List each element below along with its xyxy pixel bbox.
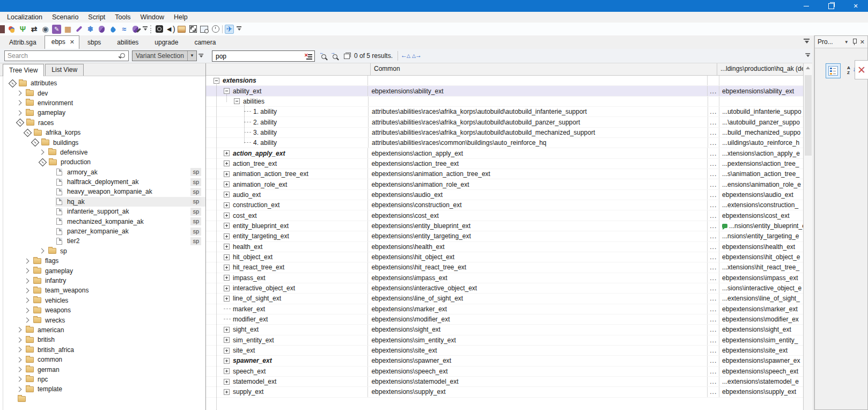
grid-row-health-ext[interactable]: health_extebpextensions\health_ext...ebp…	[206, 242, 803, 252]
tree-item-armory-ak[interactable]: armory_aksp	[3, 167, 205, 177]
chevron-right-icon[interactable]	[17, 386, 22, 392]
tree-item-defensive[interactable]: defensive	[3, 148, 205, 157]
chevron-right-icon[interactable]	[24, 308, 30, 313]
clipped-tool-icon[interactable]	[0, 25, 5, 33]
broadcast-pointer-icon[interactable]: ◉	[41, 25, 50, 34]
tab-sbps[interactable]: sbps	[79, 36, 109, 49]
shield-icon[interactable]	[97, 25, 106, 34]
grid-ellipsis-button[interactable]: ...	[707, 283, 719, 293]
expand-plus-icon[interactable]	[224, 327, 230, 333]
expand-plus-icon[interactable]	[224, 389, 230, 395]
terrain-icon[interactable]	[177, 25, 186, 34]
chevron-down-icon[interactable]	[31, 138, 40, 147]
tree-item-template[interactable]: template	[3, 384, 205, 394]
expand-plus-icon[interactable]	[224, 296, 230, 302]
expand-plus-icon[interactable]	[224, 213, 230, 218]
expand-plus-icon[interactable]	[224, 265, 230, 270]
grid-ellipsis-button[interactable]: ...	[707, 304, 719, 314]
tree-item-attributes[interactable]: attributes	[3, 78, 205, 88]
tree-item-halftrack-deployment-ak[interactable]: halftrack_deployment_aksp	[3, 177, 205, 187]
expand-plus-icon[interactable]	[224, 223, 230, 229]
plant-icon[interactable]: Ψ	[18, 25, 27, 34]
tree-item-npc[interactable]: npc	[3, 375, 205, 384]
delete-value-button[interactable]: ✕	[855, 60, 868, 79]
tree-item-german[interactable]: german	[3, 364, 205, 374]
chevron-down-icon[interactable]	[9, 79, 17, 87]
chevron-right-icon[interactable]	[17, 347, 22, 353]
scrollbar-thumb[interactable]	[805, 75, 812, 156]
expand-plus-icon[interactable]	[224, 275, 230, 281]
chevron-down-icon[interactable]	[24, 128, 32, 137]
grid-ellipsis-button[interactable]: ...	[707, 387, 719, 397]
menu-item-localization[interactable]: Localization	[2, 12, 47, 23]
checker-icon[interactable]: ▦	[63, 25, 72, 34]
grid-ellipsis-button[interactable]: ...	[707, 231, 719, 241]
chevron-right-icon[interactable]	[17, 357, 22, 362]
chevron-right-icon[interactable]	[24, 298, 30, 303]
expand-plus-icon[interactable]	[224, 337, 230, 343]
tab-attrib-sga[interactable]: Attrib.sga	[1, 36, 45, 49]
speaker-icon[interactable]: ◄)	[166, 25, 175, 34]
tree-item-american[interactable]: american	[3, 325, 205, 335]
menu-item-help[interactable]: Help	[169, 12, 193, 23]
menu-item-scenario[interactable]: Scenario	[47, 12, 83, 23]
tabstrip-overflow-icon[interactable]	[804, 39, 811, 45]
grid-ellipsis-button[interactable]: ...	[707, 273, 719, 283]
chevron-right-icon[interactable]	[17, 367, 22, 372]
grid-ellipsis-button[interactable]: ...	[707, 252, 719, 262]
grid-row-2-ability[interactable]: 2. abilityattributes\abilities\races\afr…	[206, 117, 803, 127]
grid-header-value-column[interactable]: ...ldings\production\hq_ak (de	[717, 63, 803, 75]
wheel-icon[interactable]: ❄	[86, 25, 95, 34]
grid-row-extensions[interactable]: extensions	[206, 76, 803, 86]
grid-ellipsis-button[interactable]: ...	[707, 159, 719, 169]
grid-ellipsis-button[interactable]: ...	[707, 179, 719, 189]
grid-row-interactive-object-ext[interactable]: interactive_object_extebpextensions\inte…	[206, 283, 803, 294]
tree-item-vehicles[interactable]: vehicles	[3, 296, 205, 305]
grid-row-site-ext[interactable]: site_extebpextensions\site_ext...ebpexte…	[206, 346, 803, 356]
grid-row-marker-ext[interactable]: marker_extebpextensions\marker_ext...ebp…	[206, 304, 803, 314]
variant-overflow-icon[interactable]	[198, 54, 204, 58]
tree-item-british[interactable]: british	[3, 335, 205, 345]
grid-ellipsis-button[interactable]: ...	[707, 367, 719, 376]
chevron-right-icon[interactable]	[24, 288, 30, 293]
grid-ellipsis-button[interactable]: ...	[707, 325, 719, 334]
expand-plus-icon[interactable]	[224, 150, 230, 156]
grid-vertical-scrollbar[interactable]	[803, 63, 812, 410]
maximize-button[interactable]	[819, 0, 843, 12]
collapse-minus-icon[interactable]	[224, 88, 230, 94]
grid-row-cost-ext[interactable]: cost_extebpextensions\cost_ext...ebpexte…	[206, 210, 803, 221]
tree-item-sp[interactable]: sp	[3, 246, 205, 256]
expand-plus-icon[interactable]	[224, 368, 230, 374]
grid-row-action-apply-ext[interactable]: action_apply_extebpextensions\action_app…	[206, 148, 803, 158]
tree-item-gameplay[interactable]: gameplay	[3, 266, 205, 275]
tree-item-afrika-korps[interactable]: afrika_korps	[3, 128, 205, 137]
previous-result-button[interactable]: ←△	[401, 52, 410, 59]
tree-item-infanterie-support-ak[interactable]: infanterie_support_aksp	[3, 207, 205, 216]
tab-abilities[interactable]: abilities	[109, 36, 146, 49]
tree-item-mechanized-kompanie-ak[interactable]: mechanized_kompanie_aksp	[3, 216, 205, 226]
grid-row-animation-role-ext[interactable]: animation_role_extebpextensions\animatio…	[206, 179, 803, 189]
grid-ellipsis-button[interactable]: ...	[708, 117, 719, 127]
grid-row-hit-object-ext[interactable]: hit_object_extebpextensions\hit_object_e…	[206, 252, 803, 262]
grid-ellipsis-button[interactable]: ...	[708, 128, 719, 137]
tree-item-gameplay[interactable]: gameplay	[3, 108, 205, 118]
expand-plus-icon[interactable]	[224, 160, 230, 166]
grid-row-abilities[interactable]: abilities	[206, 97, 803, 107]
grid-ellipsis-button[interactable]: ...	[707, 242, 719, 252]
view-tab-list-view[interactable]: List View	[45, 64, 84, 76]
scroll-up-icon[interactable]	[804, 63, 812, 72]
tab-upgrade[interactable]: upgrade	[146, 36, 186, 49]
chevron-right-icon[interactable]	[17, 337, 22, 342]
grid-row-statemodel-ext[interactable]: statemodel_extebpextensions\statemodel_e…	[206, 377, 803, 387]
expand-plus-icon[interactable]	[224, 244, 230, 250]
tree-item-races[interactable]: races	[3, 118, 205, 128]
waves-icon[interactable]: ≈	[120, 25, 129, 34]
grid-row-line-of-sight-ext[interactable]: line_of_sight_extebpextensions\line_of_s…	[206, 294, 803, 304]
expand-plus-icon[interactable]	[224, 285, 230, 291]
grid-ellipsis-button[interactable]: ...	[707, 262, 719, 272]
chevron-right-icon[interactable]	[17, 91, 22, 96]
expand-plus-icon[interactable]	[224, 192, 230, 197]
grid-row-4-ability[interactable]: 4. abilityattributes\abilities\races\com…	[206, 138, 803, 148]
next-result-button[interactable]: △→	[412, 52, 421, 59]
grid-ellipsis-button[interactable]: ...	[707, 190, 719, 200]
